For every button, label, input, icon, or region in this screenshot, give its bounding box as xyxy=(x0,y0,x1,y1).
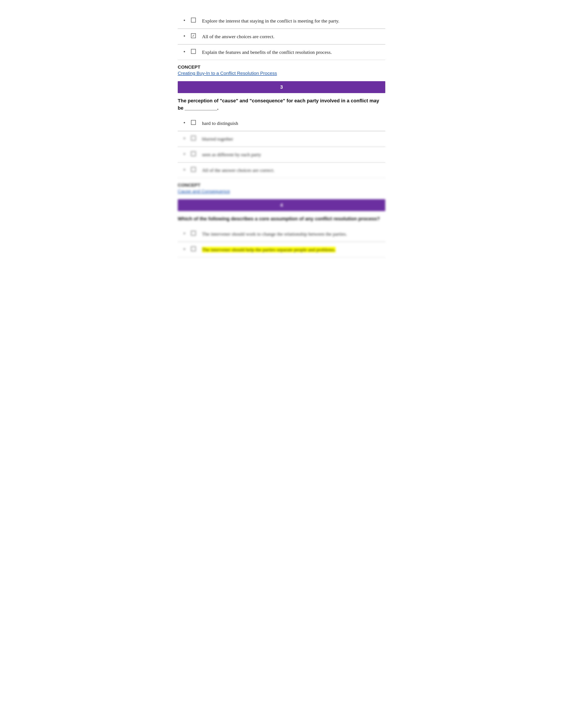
answer-text-highlighted: The intervener should help the parties s… xyxy=(200,246,385,253)
bullet-dot: • xyxy=(183,151,185,157)
bullet-col: • xyxy=(178,246,191,252)
question3-text: The perception of "cause" and "consequen… xyxy=(178,97,385,112)
checkbox-unchecked xyxy=(191,151,196,156)
answer-label: All of the answer choices are correct. xyxy=(202,34,274,39)
question-number: 3 xyxy=(280,84,283,90)
bullet-col: • xyxy=(178,135,191,141)
answer-row-blurred: • The intervener should help the parties… xyxy=(178,242,385,257)
checkbox-wrapper xyxy=(191,230,196,236)
answer-label: blurred together xyxy=(202,136,233,142)
answer-row: • hard to distinguish xyxy=(178,116,385,131)
answer-row: • Explore the interest that staying in t… xyxy=(178,13,385,29)
answer-row-blurred: • seen as different by each party xyxy=(178,147,385,162)
bullet-col: • xyxy=(178,167,191,173)
bullet-dot: • xyxy=(183,167,185,173)
checkbox-unchecked[interactable] xyxy=(191,18,196,23)
checkbox-wrapper xyxy=(191,135,196,141)
checkbox-wrapper xyxy=(191,33,196,38)
bullet-dot: • xyxy=(183,49,185,55)
answer-label: Explain the features and benefits of the… xyxy=(202,49,332,55)
bullet-col: • xyxy=(178,151,191,157)
checkbox-wrapper xyxy=(191,49,196,54)
checkbox-wrapper xyxy=(191,17,196,23)
question4-header: 4 xyxy=(178,199,385,211)
answer-text: seen as different by each party xyxy=(200,151,385,158)
concept-block: CONCEPT Creating Buy-In to a Conflict Re… xyxy=(178,64,385,76)
answer-text: All of the answer choices are correct. xyxy=(200,167,385,174)
question3-answers: • hard to distinguish • blurred together… xyxy=(178,116,385,178)
checkbox-wrapper xyxy=(191,120,196,125)
question-label: Which of the following describes a core … xyxy=(178,216,380,221)
question-number: 4 xyxy=(280,202,283,208)
bullet-dot: • xyxy=(183,136,185,141)
answer-label: Explore the interest that staying in the… xyxy=(202,18,339,24)
concept-link[interactable]: Creating Buy-In to a Conflict Resolution… xyxy=(178,71,385,76)
answer-text: blurred together xyxy=(200,135,385,143)
answer-row: • All of the answer choices are correct. xyxy=(178,29,385,44)
bullet-dot: • xyxy=(183,231,185,236)
answer-text: Explain the features and benefits of the… xyxy=(200,49,385,56)
answer-text: hard to distinguish xyxy=(200,120,385,127)
bullet-dot: • xyxy=(183,246,185,252)
bullet-col: • xyxy=(178,49,191,55)
checkbox-unchecked[interactable] xyxy=(191,120,196,125)
answer-text: Explore the interest that staying in the… xyxy=(200,17,385,24)
answer-label: seen as different by each party xyxy=(202,152,261,157)
question3-header: 3 xyxy=(178,81,385,93)
answer-label-highlighted: The intervener should help the parties s… xyxy=(202,247,336,252)
checkbox-checked[interactable] xyxy=(191,33,196,38)
answer-row-blurred: • All of the answer choices are correct. xyxy=(178,163,385,178)
checkbox-wrapper xyxy=(191,151,196,156)
bullet-col: • xyxy=(178,17,191,23)
answer-text: All of the answer choices are correct. xyxy=(200,33,385,40)
checkbox-unchecked xyxy=(191,167,196,172)
concept-label: CONCEPT xyxy=(178,182,385,188)
checkbox-unchecked[interactable] xyxy=(191,49,196,54)
bullet-dot: • xyxy=(183,33,185,39)
answer-text: The intervener should work to change the… xyxy=(200,230,385,238)
answer-row: • Explain the features and benefits of t… xyxy=(178,45,385,60)
answer-row-blurred: • The intervener should work to change t… xyxy=(178,226,385,242)
answer-label: All of the answer choices are correct. xyxy=(202,167,274,173)
bullet-col: • xyxy=(178,120,191,126)
checkbox-unchecked xyxy=(191,136,196,141)
concept-link: Cause and Consequence xyxy=(178,189,385,194)
question4-answers: • The intervener should work to change t… xyxy=(178,226,385,257)
concept-label: CONCEPT xyxy=(178,64,385,70)
answer-label: hard to distinguish xyxy=(202,120,238,126)
bullet-col: • xyxy=(178,33,191,39)
bullet-col: • xyxy=(178,230,191,236)
question2-section: • Explore the interest that staying in t… xyxy=(178,13,385,76)
checkbox-wrapper xyxy=(191,246,196,251)
question4-text: Which of the following describes a core … xyxy=(178,215,385,222)
bullet-dot: • xyxy=(183,120,185,126)
bullet-dot: • xyxy=(183,18,185,23)
checkbox-unchecked xyxy=(191,231,196,236)
checkbox-wrapper xyxy=(191,167,196,172)
concept-block-blurred: CONCEPT Cause and Consequence xyxy=(178,182,385,194)
checkbox-unchecked xyxy=(191,246,196,251)
question2-answers: • Explore the interest that staying in t… xyxy=(178,13,385,60)
answer-label: The intervener should work to change the… xyxy=(202,231,347,237)
answer-row-blurred: • blurred together xyxy=(178,131,385,147)
